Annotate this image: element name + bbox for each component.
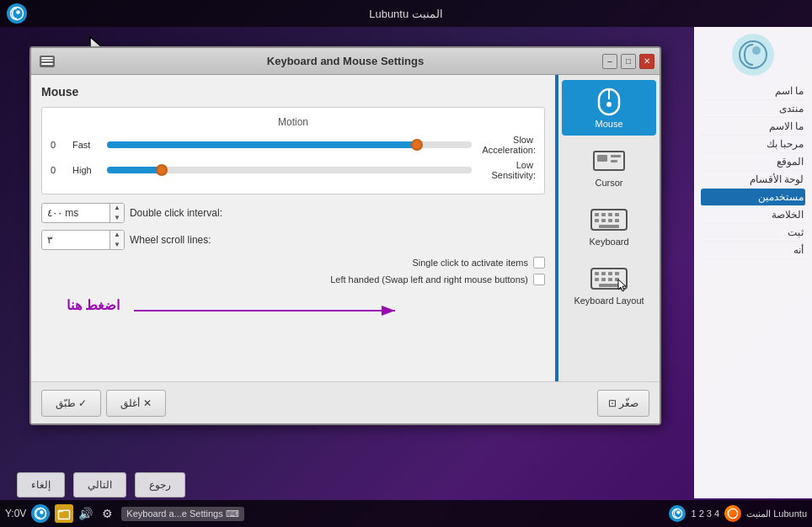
left-handed-checkbox[interactable] [533,274,545,285]
panel-item-5[interactable]: لوحة الأقسام [701,171,805,189]
double-click-value: ٤٠٠ ms [42,207,110,219]
nav-back-button[interactable]: رجوع [135,472,185,498]
svg-rect-20 [608,219,612,222]
double-click-down[interactable]: ▼ [110,213,124,223]
dialog-titlebar-icon [40,56,55,67]
restore-button[interactable]: □ [621,54,636,69]
wheel-scroll-up[interactable]: ▲ [110,230,124,240]
dialog-content: Mouse Motion 0 Fast Slow A [31,75,660,423]
svg-rect-19 [601,219,606,222]
sens-left-label: High [72,165,102,175]
acceleration-slider[interactable] [107,141,472,148]
acceleration-row: 0 Fast Slow Acceleration: [51,135,536,155]
sidebar-item-mouse[interactable]: Mouse [562,80,656,136]
mouse-icon-box [589,87,629,117]
taskbar-filemanager-icon[interactable] [55,504,73,523]
taskbar-top-title: المنبت Lubuntu [369,8,443,20]
taskbar-firefox-icon[interactable] [724,505,741,522]
svg-point-8 [606,102,612,107]
dialog-window: Keyboard and Mouse Settings – □ ✕ Mouse … [29,46,661,425]
svg-point-40 [677,511,681,514]
dialog-titlebar: Keyboard and Mouse Settings – □ ✕ [31,48,660,75]
svg-marker-33 [618,279,626,291]
taskbar-bottom: Y:0V 🔊 ⚙ Keyboard a...e Settings ⌨ Lubun… [0,500,812,527]
svg-rect-29 [601,278,606,281]
panel-item-4[interactable]: الموقع [701,153,805,171]
svg-rect-14 [595,213,599,216]
bottom-nav-buttons: رجوع التالي إلغاء [17,472,185,498]
taskbar-settings-icon[interactable]: ⚙ [98,504,116,523]
taskbar-volume-icon[interactable]: 🔊 [78,507,93,520]
dialog-title: Keyboard and Mouse Settings [267,55,424,67]
svg-point-38 [729,508,738,518]
panel-item-0[interactable]: ما اسم [701,83,805,100]
panel-item-8[interactable]: ثبت [701,224,805,242]
double-click-up[interactable]: ▲ [110,203,124,213]
svg-rect-22 [599,225,619,228]
nav-cancel-button[interactable]: إلغاء [17,472,65,498]
panel-item-2[interactable]: ما الاسم [701,118,805,136]
svg-rect-12 [611,160,617,162]
taskbar-lubuntu-icon[interactable] [31,504,50,523]
panel-item-1[interactable]: منتدى [701,100,805,118]
cursor-pointer-icon [617,279,628,292]
double-click-input[interactable]: ٤٠٠ ms ▲ ▼ [41,203,125,223]
sidebar-item-cursor[interactable]: Cursor [562,139,656,194]
panel-item-6-highlight[interactable]: مستخدمين [701,189,805,206]
single-click-row: Single click to activate items [41,257,545,269]
accel-right-label: Slow Acceleration: [477,135,536,155]
svg-rect-11 [611,155,621,157]
keyboard-label: Keyboard [589,237,628,247]
svg-rect-25 [601,272,606,275]
left-handed-row: Left handed (Swap left and right mouse b… [41,274,545,285]
svg-rect-21 [615,219,619,222]
taskbar-end-lubuntu-icon[interactable] [669,505,686,522]
apply-button[interactable]: ✓ طبّق [41,390,101,417]
close-dialog-button[interactable]: ✕ أغلق [106,390,165,417]
panel-item-7[interactable]: الخلاصة [701,206,805,224]
cursor-icon [592,148,626,173]
sensitivity-slider[interactable] [107,167,472,173]
close-button[interactable]: ✕ [639,54,654,69]
sensitivity-row: 0 High Low Sensitivity: [51,160,536,180]
sidebar-item-keyboard-layout[interactable]: Keyboard Layout [562,257,656,312]
accel-left-label: Fast [72,140,102,150]
desktop: المنبت Lubuntu ما اسم منتدى ما الاسم مرح… [0,0,812,527]
svg-rect-16 [608,213,612,216]
svg-rect-26 [608,272,612,275]
double-click-label: Double click interval: [130,207,222,219]
taskbar-right-area: Lubuntu المنبت 4 3 2 1 [669,505,807,522]
svg-rect-32 [599,284,619,287]
keyboard-layout-icon-box [589,264,629,294]
panel-item-9[interactable]: أنه [701,242,805,259]
sidebar-item-keyboard[interactable]: Keyboard [562,198,656,253]
annotation-arrow-svg [134,302,403,319]
keyboard-layout-label: Keyboard Layout [574,295,644,306]
annotation-area: اضغط هنا [41,297,545,331]
mouse-section-title: Mouse [41,85,545,98]
mouse-icon [592,88,626,116]
taskbar-lubuntu-title[interactable]: Lubuntu المنبت [746,508,807,519]
svg-rect-24 [595,272,599,275]
wheel-scroll-input[interactable]: ٣ ▲ ▼ [41,230,125,250]
keyboard-icon-box [589,205,629,235]
taskbar-numbers: 4 3 2 1 [691,508,719,519]
single-click-checkbox[interactable] [533,257,545,269]
accel-min-val: 0 [51,140,67,150]
svg-rect-15 [601,213,606,216]
svg-rect-10 [597,155,607,162]
svg-point-1 [16,10,20,14]
annotation-text: اضغط هنا [67,297,120,313]
svg-rect-17 [615,213,619,216]
lubuntu-logo[interactable] [7,3,27,24]
nav-next-button[interactable]: التالي [73,472,126,498]
single-click-label: Single click to activate items [412,258,528,268]
left-handed-label: Left handed (Swap left and right mouse b… [330,274,528,285]
panel-item-3[interactable]: مرحبا بك [701,136,805,153]
wheel-scroll-down[interactable]: ▼ [110,240,124,250]
taskbar-keyboard-settings[interactable]: Keyboard a...e Settings ⌨ [121,507,243,521]
shrink-button[interactable]: صغّر ⊡ [597,390,649,417]
svg-rect-28 [595,278,599,281]
sens-right-label: Low Sensitivity: [477,160,536,180]
minimize-button[interactable]: – [602,54,617,69]
